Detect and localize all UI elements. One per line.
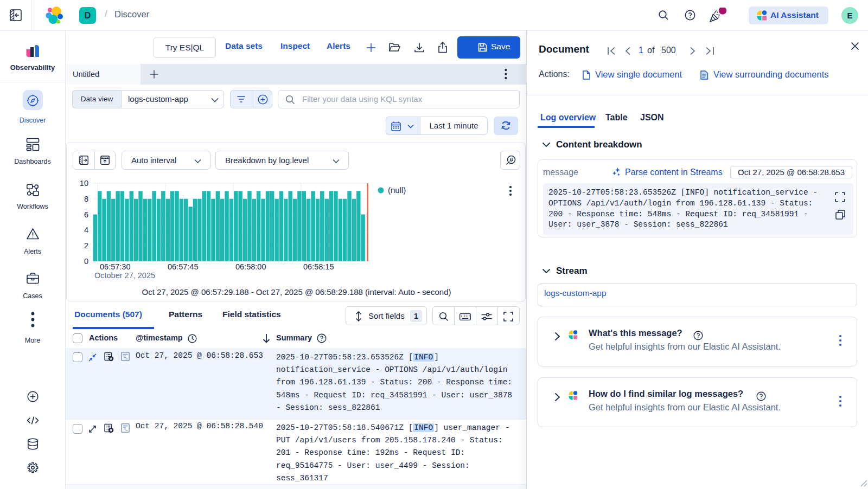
- svg-text:06:57:30: 06:57:30: [100, 262, 130, 271]
- svg-text:October 27, 2025: October 27, 2025: [94, 271, 155, 280]
- svg-text:(null): (null): [388, 185, 406, 195]
- svg-text:2: 2: [84, 241, 88, 250]
- svg-text:06:58:15: 06:58:15: [303, 262, 334, 271]
- svg-text:8: 8: [84, 195, 88, 203]
- svg-text:10: 10: [80, 179, 88, 188]
- svg-text:06:57:45: 06:57:45: [168, 262, 198, 271]
- svg-text:4: 4: [84, 226, 88, 234]
- svg-text:06:58:00: 06:58:00: [235, 262, 266, 271]
- svg-text:6: 6: [84, 210, 88, 219]
- svg-text:0: 0: [84, 257, 88, 266]
